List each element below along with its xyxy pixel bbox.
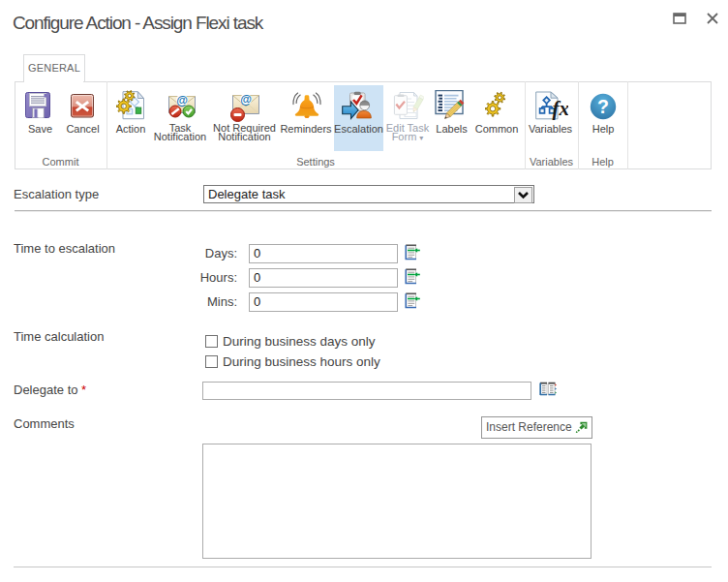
svg-text:@: @ — [176, 94, 188, 107]
svg-text:@: @ — [240, 94, 252, 107]
svg-text:fx: fx — [553, 97, 568, 120]
svg-text:?: ? — [597, 96, 609, 117]
